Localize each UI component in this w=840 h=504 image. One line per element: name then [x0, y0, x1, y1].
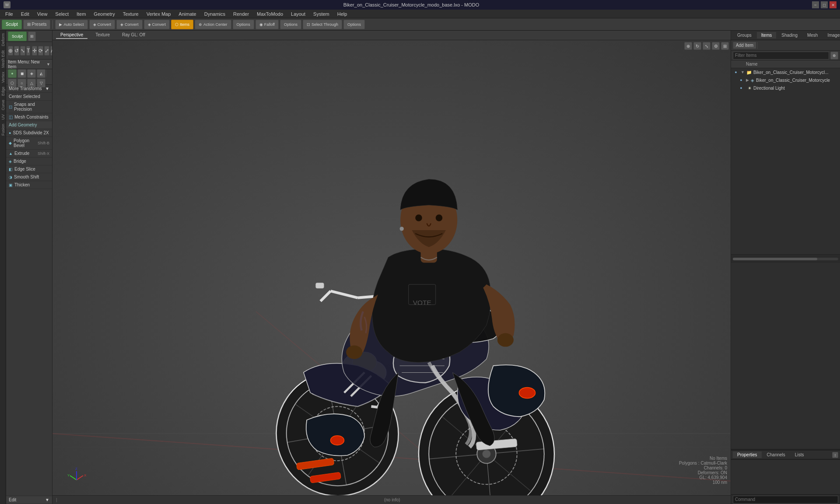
vtab-vertex[interactable]: Vertex	[0, 70, 6, 85]
viewport-corner-icons: ⊕ ↻ ⤡ ⚙ ⊞	[684, 42, 729, 50]
vtab-uv[interactable]: UV	[0, 112, 6, 122]
auto-select-button[interactable]: ▶ Auto Select	[55, 20, 88, 29]
tab-items[interactable]: Items	[757, 32, 776, 38]
presets-button[interactable]: ⊞ Presets	[23, 20, 51, 29]
smooth-shift-btn[interactable]: ◑ Smooth Shift	[6, 173, 52, 181]
menu-texture[interactable]: Texture	[119, 10, 142, 18]
menu-render[interactable]: Render	[230, 10, 252, 18]
polygon-bevel-btn[interactable]: ◆ Polygon Bevel Shift-B	[6, 137, 52, 150]
eye-icon-scene[interactable]: ●	[733, 69, 739, 75]
prop-tab-properties[interactable]: Properties	[733, 452, 762, 458]
tab-shading[interactable]: Shading	[777, 32, 802, 38]
convert-button-1[interactable]: ◈ Convert	[89, 20, 116, 29]
sidebar-icons-button[interactable]: ⊞	[28, 32, 36, 41]
vp-icon-2[interactable]: ↻	[693, 42, 701, 50]
tree-item-mesh-group[interactable]: ● ▶ ◈ Biker_on_Classic_Cruiser_Motorcycl…	[731, 76, 840, 84]
vp-tab-perspective[interactable]: Perspective	[56, 32, 88, 39]
falloff-button[interactable]: ◉ Falloff	[256, 20, 279, 29]
vtab-deform[interactable]: Deform	[0, 32, 6, 48]
filter-icon[interactable]: ⊕	[830, 52, 838, 60]
mesh-constraints-btn[interactable]: ◫ Mesh Constraints	[6, 113, 52, 121]
more-transforms-btn[interactable]: More Transforms ▼	[6, 85, 52, 93]
sds-subdivide-btn[interactable]: ● SDS Subdivide 2X	[6, 129, 52, 137]
close-button[interactable]: ✕	[830, 1, 836, 8]
move2-icon[interactable]: ✛	[32, 46, 37, 56]
tree-item-scene[interactable]: ● ▼ 📁 Biker_on_Classic_Cruiser_Motorcycl…	[731, 68, 840, 76]
command-input[interactable]	[733, 496, 838, 504]
tool-icon-3[interactable]: ◈	[27, 69, 36, 78]
menu-dynamics[interactable]: Dynamics	[201, 10, 229, 18]
thicken-btn[interactable]: ▣ Thicken	[6, 181, 52, 189]
menu-geometry[interactable]: Geometry	[90, 10, 118, 18]
menu-file[interactable]: File	[2, 10, 17, 18]
center-selected-btn[interactable]: Center Selected	[6, 93, 52, 101]
3d-viewport[interactable]: VOTE	[52, 40, 731, 495]
tab-images[interactable]: Images	[823, 32, 840, 38]
rotate2-icon[interactable]: ⟳	[38, 46, 43, 56]
vtab-curve[interactable]: Curve	[0, 98, 6, 112]
prop-tab-lists[interactable]: Lists	[791, 452, 808, 458]
filter-input[interactable]	[733, 52, 829, 60]
vp-icon-5[interactable]: ⊞	[721, 42, 729, 50]
scale-icon[interactable]: ⤡	[20, 46, 25, 56]
transform-icon[interactable]: ⊕	[8, 46, 13, 56]
edit-dropdown-btn[interactable]: Edit ▼	[6, 496, 52, 504]
maximize-button[interactable]: □	[821, 1, 828, 8]
vp-icon-3[interactable]: ⤡	[703, 42, 710, 50]
minimize-button[interactable]: −	[812, 1, 819, 8]
vtab-fusion[interactable]: Fusion	[0, 122, 6, 137]
options-button-3[interactable]: Options	[343, 20, 365, 29]
extrude-btn[interactable]: ▲ Extrude Shift-X	[6, 150, 52, 158]
expand-icon-scene[interactable]: ▼	[741, 70, 745, 74]
options-button-2[interactable]: Options	[280, 20, 301, 29]
tool-icon-4[interactable]: ◭	[37, 69, 46, 78]
convert-button-2[interactable]: ◈ Convert	[116, 20, 143, 29]
bridge-btn[interactable]: ◈ Bridge	[6, 158, 52, 165]
convert-button-3[interactable]: ◈ Convert	[144, 20, 170, 29]
menu-view[interactable]: View	[34, 10, 51, 18]
sculpt-button[interactable]: Sculpt	[2, 20, 22, 29]
eye-icon-light[interactable]: ●	[738, 85, 744, 91]
edge-slice-btn[interactable]: ◧ Edge Slice	[6, 165, 52, 173]
tool-icon-1[interactable]: ●	[8, 69, 17, 78]
options-button-1[interactable]: Options	[233, 20, 254, 29]
vp-icon-1[interactable]: ⊕	[684, 42, 692, 50]
bridge-label: Bridge	[14, 159, 26, 164]
menu-system[interactable]: System	[310, 10, 333, 18]
tab-groups[interactable]: Groups	[733, 32, 756, 38]
vp-icon-4[interactable]: ⚙	[712, 42, 720, 50]
menu-edit[interactable]: Edit	[18, 10, 33, 18]
item-menu-dropdown[interactable]: Item Menu: New Item ▼	[6, 60, 52, 69]
type-icon[interactable]: T	[26, 46, 30, 56]
sidebar-sculpt-button[interactable]: Sculpt	[8, 32, 27, 41]
tree-item-light[interactable]: ● ☀ Directional Light	[731, 84, 840, 92]
menu-layout[interactable]: Layout	[287, 10, 309, 18]
action-center-button[interactable]: ⊕ Action Center	[195, 20, 231, 29]
menu-maxtomodo[interactable]: MaxToModo	[253, 10, 287, 18]
prop-expand-icon[interactable]: ↕	[832, 452, 838, 458]
eye-icon-mesh-group[interactable]: ●	[738, 77, 744, 83]
menu-select[interactable]: Select	[52, 10, 72, 18]
snaps-precision-btn[interactable]: ⊡ Snaps and Precision	[6, 101, 52, 113]
vp-tab-raygl[interactable]: Ray GL: Off	[118, 32, 150, 39]
expand-icon-mesh-group[interactable]: ▶	[746, 78, 749, 82]
vtab-edge[interactable]: Edge	[0, 85, 6, 98]
prop-tab-channels[interactable]: Channels	[763, 452, 790, 458]
scrollbar-thumb[interactable]	[733, 258, 817, 260]
items-button[interactable]: ⬡ Items	[171, 20, 193, 29]
tool-icon-2[interactable]: ◼	[18, 69, 26, 78]
vp-tab-texture[interactable]: Texture	[91, 32, 114, 39]
add-item-button[interactable]: Add Item	[733, 42, 756, 49]
select-through-button[interactable]: ⊡ Select Through	[303, 20, 342, 29]
scrollbar-track[interactable]	[733, 258, 838, 260]
menu-help[interactable]: Help	[334, 10, 351, 18]
tab-mesh[interactable]: Mesh	[803, 32, 822, 38]
menu-item[interactable]: Item	[73, 10, 89, 18]
rotate-icon[interactable]: ↺	[14, 46, 19, 56]
add-geometry-btn[interactable]: Add Geometry	[6, 121, 52, 129]
vtab-mesh-edit[interactable]: Mesh Edit	[0, 49, 6, 70]
text2-icon[interactable]: A	[50, 46, 52, 56]
scale2-icon[interactable]: ⤢	[44, 46, 49, 56]
menu-vertex-map[interactable]: Vertex Map	[143, 10, 175, 18]
menu-animate[interactable]: Animate	[175, 10, 200, 18]
